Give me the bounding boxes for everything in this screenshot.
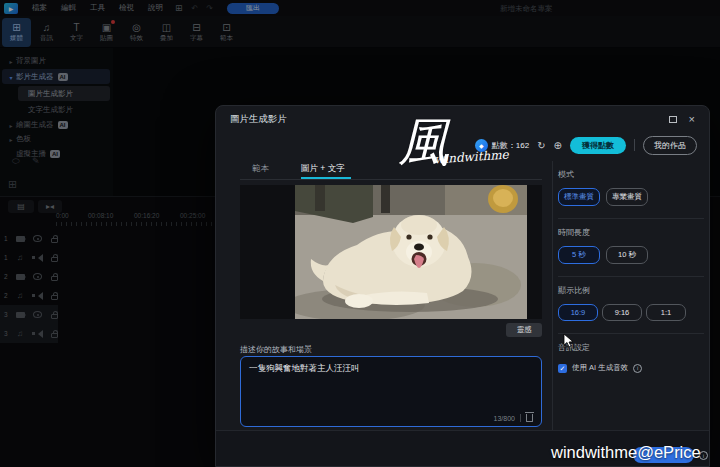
prompt-label: 描述你的故事和場景 bbox=[240, 344, 312, 355]
section-divider bbox=[558, 276, 704, 277]
close-icon[interactable]: × bbox=[689, 115, 695, 123]
duration-5s-button[interactable]: 5 秒 bbox=[558, 246, 600, 264]
inspiration-button[interactable]: 靈感 bbox=[506, 323, 542, 337]
refresh-icon[interactable]: ↻ bbox=[537, 140, 545, 151]
dialog-titlebar: 圖片生成影片 × bbox=[216, 106, 709, 132]
get-credits-button[interactable]: 獲得點數 bbox=[570, 137, 626, 154]
aspect-heading: 顯示比例 bbox=[558, 285, 704, 296]
audio-heading: 音訊設定 bbox=[558, 342, 704, 353]
mode-pro-button[interactable]: 專業畫質 bbox=[606, 188, 648, 206]
ai-sound-checkbox[interactable]: ✓ bbox=[558, 364, 567, 373]
tabs-divider bbox=[240, 179, 542, 180]
prompt-box: 一隻狗興奮地對著主人汪汪叫 13/800 bbox=[240, 356, 542, 427]
tab-image-plus-text[interactable]: 圖片 + 文字 bbox=[301, 163, 345, 175]
duration-10s-button[interactable]: 10 秒 bbox=[606, 246, 648, 264]
section-divider bbox=[558, 333, 704, 334]
counter-divider bbox=[520, 414, 521, 422]
prompt-textarea[interactable]: 一隻狗興奮地對著主人汪汪叫 bbox=[241, 357, 541, 409]
char-counter: 13/800 bbox=[494, 415, 515, 422]
mouse-cursor bbox=[563, 333, 574, 348]
dog-photo bbox=[295, 185, 527, 319]
aspect-16-9-button[interactable]: 16:9 bbox=[558, 304, 598, 321]
aspect-1-1-button[interactable]: 1:1 bbox=[646, 304, 686, 321]
settings-panel: 模式 標準畫質 專業畫質 時間長度 5 秒 10 秒 顯示比例 16:9 9:1… bbox=[558, 161, 704, 373]
globe-icon[interactable]: ⊕ bbox=[554, 140, 562, 151]
my-works-button[interactable]: 我的作品 bbox=[643, 136, 697, 155]
tab-templates[interactable]: 範本 bbox=[252, 163, 269, 175]
aspect-9-16-button[interactable]: 9:16 bbox=[602, 304, 642, 321]
maximize-icon[interactable] bbox=[669, 116, 677, 123]
screen: ▶ 檔案 編輯 工具 檢視 說明 ⊞ ↶ ↷ 匯出 新增未命名專案 ⊞ 媒體 ♫… bbox=[0, 0, 720, 467]
dialog-title: 圖片生成影片 bbox=[230, 113, 287, 126]
section-divider bbox=[558, 218, 704, 219]
mode-standard-button[interactable]: 標準畫質 bbox=[558, 188, 600, 206]
watermark-bottom: windwithme@ePrice bbox=[551, 443, 701, 462]
duration-heading: 時間長度 bbox=[558, 227, 704, 238]
header-divider bbox=[634, 139, 635, 151]
column-divider bbox=[552, 161, 553, 431]
trash-icon[interactable] bbox=[526, 414, 533, 422]
info-icon[interactable]: i bbox=[633, 364, 642, 373]
image-preview-area bbox=[240, 185, 542, 319]
mode-heading: 模式 bbox=[558, 169, 704, 180]
ai-sound-label: 使用 AI 生成音效 bbox=[572, 363, 628, 373]
